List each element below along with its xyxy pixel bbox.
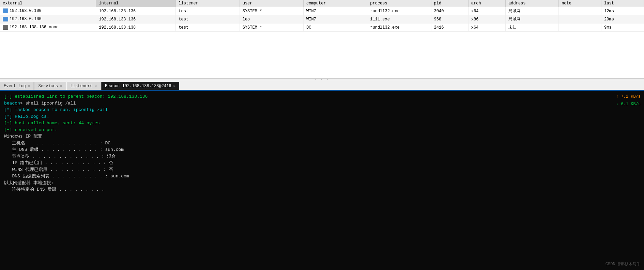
tab-services[interactable]: Services✕ bbox=[34, 82, 66, 90]
tab-event-log[interactable]: Event Log✕ bbox=[0, 82, 34, 90]
terminal-line: [+] established link to parent beacon: 1… bbox=[4, 93, 640, 100]
beacon-link[interactable]: beacon bbox=[4, 101, 20, 106]
speed-indicator: ↑ 7.2 KB/s ↓ 6.1 KB/s bbox=[616, 93, 641, 108]
cell-note bbox=[559, 15, 601, 23]
col-header-listener[interactable]: listener bbox=[176, 0, 240, 7]
sessions-table-container: external internal listener user computer… bbox=[0, 0, 644, 78]
terminal-line: 主机名 . . . . . . . . . . . . . : DC bbox=[4, 140, 640, 147]
cell-address: 未知 bbox=[506, 23, 559, 32]
col-header-computer[interactable]: computer bbox=[304, 0, 367, 7]
terminal-line: DNS 后缀搜索列表 . . . . . . . . . . : sun.com bbox=[4, 173, 640, 180]
terminal-line: 节点类型 . . . . . . . . . . . . . : 混合 bbox=[4, 153, 640, 160]
cell-process: 1111.exe bbox=[367, 15, 431, 23]
table-header-row: external internal listener user computer… bbox=[0, 0, 644, 7]
cell-listener: test bbox=[176, 23, 240, 32]
cell-pid: 3040 bbox=[431, 7, 468, 15]
tab-label: Services bbox=[38, 84, 58, 89]
tab-beacon-192.168.138.138@2416[interactable]: Beacon 192.168.138.138@2416✕ bbox=[101, 82, 179, 90]
resize-dots: · · · bbox=[314, 78, 329, 82]
table-row[interactable]: 192.168.138.136 oooo 192.168.138.138 tes… bbox=[0, 23, 644, 32]
row-icon bbox=[3, 17, 8, 21]
cell-address: 局域网 bbox=[506, 7, 559, 15]
cell-arch: x64 bbox=[468, 23, 505, 32]
cell-process: rundll32.exe bbox=[367, 7, 431, 15]
terminal-line: beacon> shell ipconfig /all bbox=[4, 100, 640, 107]
cell-arch: x64 bbox=[468, 7, 505, 15]
cell-pid: 2416 bbox=[431, 23, 468, 32]
terminal-line: [*] Hello,Dog cs. bbox=[4, 113, 640, 120]
tab-label: Beacon 192.168.138.138@2416 bbox=[105, 84, 171, 89]
cell-external: 192.168.0.100 bbox=[0, 7, 96, 15]
cell-last: 12ms bbox=[601, 7, 644, 15]
terminal-lines: [+] established link to parent beacon: 1… bbox=[4, 93, 640, 193]
cell-note bbox=[559, 7, 601, 15]
row-icon bbox=[3, 9, 8, 13]
col-header-last[interactable]: last bbox=[601, 0, 644, 7]
sessions-table: external internal listener user computer… bbox=[0, 0, 644, 32]
col-header-pid[interactable]: pid bbox=[431, 0, 468, 7]
tab-close-icon[interactable]: ✕ bbox=[60, 84, 62, 88]
table-body: 192.168.0.100 192.168.138.136 test SYSTE… bbox=[0, 7, 644, 32]
col-header-address[interactable]: address bbox=[506, 0, 559, 7]
cell-external: 192.168.138.136 oooo bbox=[0, 23, 96, 32]
col-header-process[interactable]: process bbox=[367, 0, 431, 7]
cell-pid: 968 bbox=[431, 15, 468, 23]
tab-close-icon[interactable]: ✕ bbox=[28, 84, 30, 88]
cell-user: SYSTEM * bbox=[240, 7, 303, 15]
tab-label: Listeners bbox=[71, 84, 93, 89]
terminal-line: [*] Tasked beacon to run: ipconfig /all bbox=[4, 107, 640, 113]
cell-internal: 192.168.138.138 bbox=[96, 23, 176, 32]
cell-last: 29ms bbox=[601, 15, 644, 23]
tab-close-icon[interactable]: ✕ bbox=[173, 84, 176, 88]
cell-computer: DC bbox=[304, 23, 367, 32]
cell-listener: test bbox=[176, 15, 240, 23]
cell-address: 局域网 bbox=[506, 15, 559, 23]
cell-user: SYSTEM * bbox=[240, 23, 303, 32]
cell-internal: 192.168.138.136 bbox=[96, 15, 176, 23]
col-header-arch[interactable]: arch bbox=[468, 0, 505, 7]
col-header-note[interactable]: note bbox=[559, 0, 601, 7]
cell-external: 192.168.0.100 bbox=[0, 15, 96, 23]
terminal-line: Windows IP 配置 bbox=[4, 133, 640, 140]
cell-computer: WIN7 bbox=[304, 7, 367, 15]
resize-handle[interactable]: · · · bbox=[0, 78, 644, 81]
row-icon bbox=[3, 25, 8, 30]
col-header-user[interactable]: user bbox=[240, 0, 303, 7]
tab-label: Event Log bbox=[4, 84, 26, 89]
cell-last: 9ms bbox=[601, 23, 644, 32]
col-header-internal[interactable]: internal bbox=[96, 0, 176, 7]
terminal-line: WINS 代理已启用 . . . . . . . . . . : 否 bbox=[4, 166, 640, 173]
upload-speed: ↑ 7.2 KB/s bbox=[616, 93, 641, 101]
download-speed: ↓ 6.1 KB/s bbox=[616, 101, 641, 108]
cell-computer: WIN7 bbox=[304, 15, 367, 23]
terminal-line: 连接特定的 DNS 后缀 . . . . . . . . . bbox=[4, 186, 640, 193]
table-row[interactable]: 192.168.0.100 192.168.138.136 test leo W… bbox=[0, 15, 644, 23]
terminal-line: 以太网适配器 本地连接: bbox=[4, 180, 640, 187]
terminal-line: 主 DNS 后缀 . . . . . . . . . . . : sun.com bbox=[4, 146, 640, 153]
csdn-watermark: CSDN @青杉木马牛 bbox=[605, 261, 641, 267]
cell-internal: 192.168.138.136 bbox=[96, 7, 176, 15]
terminal-line: IP 路由已启用 . . . . . . . . . . . : 否 bbox=[4, 160, 640, 166]
cell-process: rundll32.exe bbox=[367, 23, 431, 32]
cell-listener: test bbox=[176, 7, 240, 15]
cell-user: leo bbox=[240, 15, 303, 23]
tab-close-icon[interactable]: ✕ bbox=[94, 84, 97, 88]
tab-bar: Event Log✕Services✕Listeners✕Beacon 192.… bbox=[0, 81, 644, 91]
terminal-line: [+] host called home, sent: 44 bytes bbox=[4, 120, 640, 127]
col-header-external[interactable]: external bbox=[0, 0, 96, 7]
table-row[interactable]: 192.168.0.100 192.168.138.136 test SYSTE… bbox=[0, 7, 644, 15]
tab-listeners[interactable]: Listeners✕ bbox=[67, 82, 101, 90]
cell-arch: x86 bbox=[468, 15, 505, 23]
cell-note bbox=[559, 23, 601, 32]
terminal-output[interactable]: ↑ 7.2 KB/s ↓ 6.1 KB/s [+] established li… bbox=[0, 91, 644, 270]
terminal-line: [+] received output: bbox=[4, 127, 640, 133]
